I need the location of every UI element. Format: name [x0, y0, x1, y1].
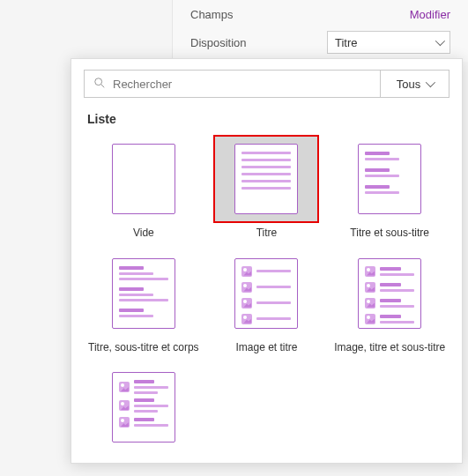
thumb-image-titre [234, 258, 298, 329]
thumb-partial [112, 372, 175, 443]
image-icon [241, 282, 252, 293]
image-icon [119, 382, 130, 392]
image-icon [365, 314, 375, 324]
image-icon [241, 314, 252, 324]
fields-label: Champs [190, 8, 233, 21]
layout-picker-popup: Tous Liste Vide Titre [71, 58, 463, 464]
layout-label: Disposition [190, 36, 247, 49]
image-icon [119, 417, 130, 428]
image-icon [365, 266, 375, 277]
layout-tile-titre-sous-corps[interactable]: Titre, sous-titre et corps [87, 249, 200, 355]
layout-tile-image-titre-sous[interactable]: Image, titre et sous-titre [333, 249, 446, 355]
search-row: Tous [84, 70, 449, 98]
image-icon [241, 266, 252, 277]
chevron-down-icon [435, 36, 445, 46]
layout-dropdown-value: Titre [335, 36, 358, 49]
svg-line-1 [101, 84, 105, 87]
layout-tile-image-titre[interactable]: Image et titre [211, 249, 323, 355]
filter-dropdown[interactable]: Tous [380, 71, 449, 97]
tile-label: Titre [256, 227, 278, 241]
layout-tile-titre-sous[interactable]: Titre et sous-titre [333, 135, 446, 241]
group-title: Liste [87, 112, 449, 126]
layout-list-scroll[interactable]: Liste Vide Titre [84, 108, 457, 463]
tile-label: Vide [133, 227, 154, 241]
layout-grid: Vide Titre [84, 135, 449, 455]
image-icon [365, 282, 375, 293]
thumb-image-titre-sous [358, 258, 421, 329]
image-icon [365, 298, 375, 309]
filter-dropdown-label: Tous [397, 78, 420, 91]
search-box[interactable] [85, 71, 380, 97]
chevron-down-icon [426, 78, 435, 87]
layout-tile-partial[interactable] [87, 363, 200, 455]
tile-label: Titre et sous-titre [350, 227, 429, 241]
tile-label: Titre, sous-titre et corps [88, 341, 199, 355]
layout-tile-titre[interactable]: Titre [211, 135, 323, 241]
svg-point-0 [95, 78, 102, 85]
thumb-titre-sous [358, 144, 421, 214]
thumb-titre-sous-corps [112, 258, 175, 329]
layout-dropdown[interactable]: Titre [327, 31, 450, 54]
fields-edit-link[interactable]: Modifier [410, 8, 450, 21]
thumb-vide [112, 144, 175, 214]
search-input[interactable] [113, 78, 371, 91]
properties-panel: Champs Modifier Disposition Titre [172, 0, 468, 62]
image-icon [119, 400, 130, 411]
image-icon [241, 298, 252, 309]
tile-label: Image et titre [235, 341, 297, 355]
thumb-titre [234, 144, 298, 214]
layout-tile-vide[interactable]: Vide [87, 135, 200, 241]
search-icon [93, 77, 106, 92]
tile-label: Image, titre et sous-titre [334, 341, 445, 355]
